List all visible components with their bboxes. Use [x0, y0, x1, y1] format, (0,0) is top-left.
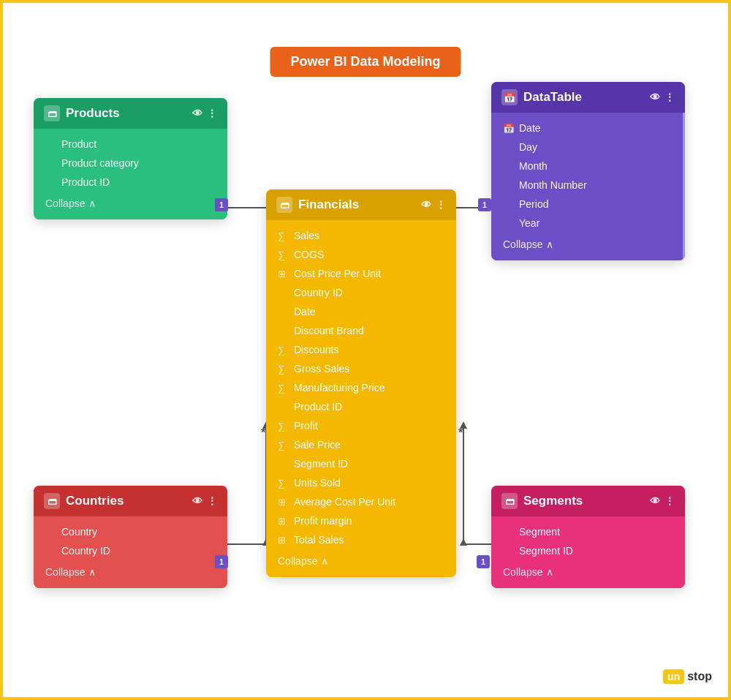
financials-collapse[interactable]: Collapse ∧ — [266, 549, 456, 574]
card-countries-header: 🗃 Countries 👁 ⋮ — [34, 486, 227, 516]
card-datatable-header: 📅 DataTable 👁 ⋮ — [491, 82, 685, 113]
card-countries-body: Country Country ID Collapse ∧ — [34, 516, 227, 588]
datatable-collapse[interactable]: Collapse ∧ — [491, 233, 683, 257]
datatable-table-icon: 📅 — [501, 89, 518, 105]
unstop-logo: un stop — [663, 669, 712, 684]
row-dt-day: Day — [491, 138, 683, 157]
unstop-text: stop — [687, 670, 712, 683]
card-financials-header: 🗃 Financials 👁 ⋮ — [266, 189, 456, 220]
card-datatable-title: DataTable — [523, 90, 582, 105]
card-products-title: Products — [66, 106, 120, 121]
unstop-badge: un — [663, 669, 684, 684]
card-datatable-body: 📅Date Day Month Month Number Period Year… — [491, 113, 685, 260]
row-profit-margin: ⊞Profit margin — [266, 511, 456, 530]
products-menu-icon[interactable]: ⋮ — [207, 108, 217, 119]
row-product-id: Product ID — [266, 397, 456, 416]
card-financials: 🗃 Financials 👁 ⋮ ∑Sales ∑COGS ⊞Cost Pric… — [266, 189, 456, 577]
row-country-id: Country ID — [34, 541, 227, 560]
row-dt-month-number: Month Number — [491, 176, 683, 195]
card-segments-body: Segment Segment ID Collapse ∧ — [491, 516, 685, 588]
svg-marker-15 — [460, 538, 467, 546]
svg-marker-14 — [460, 421, 467, 429]
card-segments: 🗃 Segments 👁 ⋮ Segment Segment ID Collap… — [491, 486, 685, 588]
card-segments-header: 🗃 Segments 👁 ⋮ — [491, 486, 685, 516]
row-product-category: Product category — [34, 154, 227, 173]
row-product-id: Product ID — [34, 173, 227, 192]
row-segment-id: Segment ID — [491, 541, 685, 560]
segments-table-icon: 🗃 — [501, 493, 518, 509]
row-sale-price: ∑Sale Price — [266, 435, 456, 454]
row-discounts: ∑Discounts — [266, 340, 456, 359]
card-products-body: Product Product category Product ID Coll… — [34, 129, 227, 219]
row-dt-month: Month — [491, 157, 683, 176]
countries-table-icon: 🗃 — [44, 493, 60, 509]
row-sales: ∑Sales — [266, 226, 456, 245]
row-avg-cost: ⊞Average Cost Per Unit — [266, 492, 456, 511]
datatable-eye-icon[interactable]: 👁 — [650, 91, 660, 103]
countries-menu-icon[interactable]: ⋮ — [207, 495, 217, 507]
row-dt-year: Year — [491, 214, 683, 233]
row-profit: ∑Profit — [266, 416, 456, 435]
countries-collapse[interactable]: Collapse ∧ — [34, 560, 227, 585]
row-date: Date — [266, 302, 456, 321]
countries-eye-icon[interactable]: 👁 — [192, 495, 202, 507]
rel-badge-segments-1: 1 — [477, 555, 490, 568]
row-gross-sales: ∑Gross Sales — [266, 359, 456, 378]
card-products-header: 🗃 Products 👁 ⋮ — [34, 98, 227, 129]
row-dt-date: 📅Date — [491, 118, 683, 138]
row-manufacturing-price: ∑Manufacturing Price — [266, 378, 456, 397]
card-countries-title: Countries — [66, 494, 124, 508]
rel-badge-countries-1: 1 — [215, 555, 228, 568]
card-segments-title: Segments — [523, 494, 583, 508]
card-products: 🗃 Products 👁 ⋮ Product Product category … — [34, 98, 227, 219]
products-table-icon: 🗃 — [44, 105, 60, 121]
segments-menu-icon[interactable]: ⋮ — [664, 495, 675, 507]
card-financials-body: ∑Sales ∑COGS ⊞Cost Price Per Unit Countr… — [266, 220, 456, 577]
segments-collapse[interactable]: Collapse ∧ — [491, 560, 685, 585]
financials-table-icon: 🗃 — [276, 197, 292, 213]
row-segment: Segment — [491, 522, 685, 541]
financials-menu-icon[interactable]: ⋮ — [436, 199, 446, 211]
row-country-id: Country ID — [266, 283, 456, 302]
svg-text:*: * — [261, 426, 266, 439]
row-segment-id: Segment ID — [266, 454, 456, 473]
row-discount-brand: Discount Brand — [266, 321, 456, 340]
financials-eye-icon[interactable]: 👁 — [421, 199, 431, 211]
page-title: Power BI Data Modeling — [270, 47, 461, 77]
rel-badge-products-1: 1 — [215, 198, 228, 211]
row-cost-price-per-unit: ⊞Cost Price Per Unit — [266, 264, 456, 283]
products-eye-icon[interactable]: 👁 — [192, 108, 202, 119]
segments-eye-icon[interactable]: 👁 — [650, 495, 660, 507]
row-total-sales: ⊞Total Sales — [266, 530, 456, 549]
row-dt-period: Period — [491, 195, 683, 214]
products-collapse[interactable]: Collapse ∧ — [34, 192, 227, 217]
svg-text:*: * — [458, 426, 463, 439]
card-datatable: 📅 DataTable 👁 ⋮ 📅Date Day Month Month Nu… — [491, 82, 685, 260]
rel-badge-datatable-1: 1 — [478, 198, 491, 211]
row-product: Product — [34, 135, 227, 154]
row-units-sold: ∑Units Sold — [266, 473, 456, 492]
card-financials-title: Financials — [298, 197, 359, 212]
datatable-menu-icon[interactable]: ⋮ — [664, 91, 675, 103]
row-cogs: ∑COGS — [266, 245, 456, 264]
row-country: Country — [34, 522, 227, 541]
card-countries: 🗃 Countries 👁 ⋮ Country Country ID Colla… — [34, 486, 227, 588]
